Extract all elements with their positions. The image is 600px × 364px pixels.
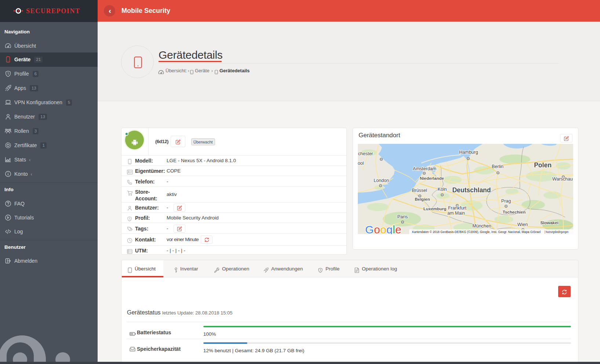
svg-text:G: G	[365, 223, 374, 234]
svg-text:Prag: Prag	[501, 199, 511, 204]
svg-text:o: o	[380, 223, 386, 234]
svg-text:e: e	[395, 223, 401, 234]
svg-text:SECUREPOINT: SECUREPOINT	[26, 7, 80, 15]
svg-text:am Main: am Main	[447, 211, 465, 216]
svg-text:Belgien: Belgien	[415, 197, 430, 201]
svg-text:chester: chester	[358, 151, 373, 156]
svg-text:Frankfurt: Frankfurt	[448, 205, 467, 211]
svg-text:Berlin: Berlin	[492, 164, 503, 169]
svg-text:London: London	[374, 178, 389, 183]
svg-text:Wien: Wien	[517, 222, 528, 227]
svg-text:Deutschland: Deutschland	[452, 186, 491, 194]
svg-text:Luxemburg: Luxemburg	[423, 207, 447, 211]
svg-text:Tschechien: Tschechien	[503, 210, 526, 214]
svg-text:Paris: Paris	[397, 214, 408, 219]
svg-text:Amsterdam: Amsterdam	[413, 166, 436, 171]
svg-text:Brüssel: Brüssel	[412, 188, 427, 193]
svg-text:Kartendaten © 2018 GeoBasis-DE: Kartendaten © 2018 GeoBasis-DE/BKG (©200…	[412, 230, 541, 234]
svg-text:| Nutzungsbedingungen: | Nutzungsbedingungen	[545, 230, 568, 234]
svg-text:München: München	[472, 223, 491, 229]
svg-text:o: o	[374, 223, 380, 234]
svg-text:Niederlande: Niederlande	[420, 176, 444, 181]
svg-text:Köln: Köln	[437, 187, 447, 192]
svg-text:Slowakei: Slowakei	[540, 221, 558, 225]
svg-text:g: g	[386, 223, 393, 234]
svg-text:Warschau: Warschau	[552, 176, 573, 182]
svg-text:l: l	[393, 223, 395, 234]
svg-text:Polen: Polen	[534, 161, 552, 169]
svg-text:ool: ool	[358, 161, 364, 166]
svg-text:Hamburg: Hamburg	[459, 150, 478, 155]
